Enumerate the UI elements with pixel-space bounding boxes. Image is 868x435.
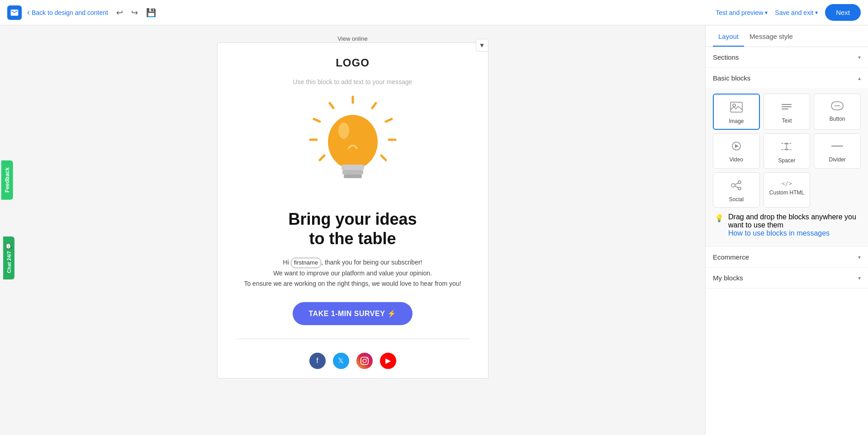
- block-image[interactable]: Image: [713, 94, 760, 130]
- app-logo: [7, 5, 22, 20]
- spacer-icon: [781, 141, 792, 155]
- block-spacer-label: Spacer: [778, 157, 795, 164]
- ecommerce-chevron: ▾: [858, 254, 861, 260]
- email-logo: LOGO: [218, 43, 488, 74]
- email-body: Hi firstname, thank you for being our su…: [218, 253, 488, 293]
- ecommerce-section: Ecommerce ▾: [706, 247, 868, 268]
- topbar: Back to design and content ↩ ↪ 💾 Test an…: [0, 0, 868, 25]
- block-divider[interactable]: Divider: [814, 133, 861, 169]
- basic-blocks-content: Image Text: [706, 88, 868, 246]
- svg-point-27: [731, 184, 735, 187]
- video-icon: [730, 141, 743, 154]
- svg-rect-14: [730, 102, 742, 112]
- block-spacer[interactable]: Spacer: [764, 133, 811, 169]
- svg-marker-22: [735, 144, 739, 148]
- main-content: ▼ View online LOGO Use this block to add…: [0, 25, 868, 435]
- my-blocks-chevron: ▾: [858, 275, 861, 281]
- my-blocks-header[interactable]: My blocks ▾: [706, 268, 868, 288]
- tab-layout[interactable]: Layout: [713, 25, 744, 47]
- svg-line-1: [372, 103, 376, 108]
- hint-text: Drag and drop the blocks anywhere you wa…: [728, 213, 856, 229]
- block-button-label: Button: [830, 116, 845, 122]
- email-text-placeholder: Use this block to add text to your messa…: [218, 74, 488, 90]
- firstname-tag: firstname: [291, 258, 321, 268]
- facebook-icon[interactable]: f: [309, 353, 326, 369]
- chat-tab[interactable]: Chat 24/7 💬: [3, 236, 14, 279]
- hint-bulb-icon: 💡: [715, 214, 724, 222]
- redo-button[interactable]: ↪: [128, 5, 141, 20]
- chat-tab-label: Chat 24/7: [6, 251, 11, 273]
- test-preview-arrow: ▾: [765, 9, 768, 16]
- my-blocks-label: My blocks: [713, 274, 743, 282]
- undo-button[interactable]: ↩: [114, 5, 126, 20]
- block-video-label: Video: [730, 156, 743, 163]
- view-online-link[interactable]: View online: [337, 35, 367, 42]
- email-divider: [236, 339, 470, 339]
- svg-line-31: [735, 186, 738, 188]
- svg-line-30: [735, 183, 738, 184]
- svg-line-2: [386, 119, 392, 122]
- basic-blocks-section: Basic blocks ▴ Image: [706, 68, 868, 247]
- block-button[interactable]: Button: [814, 94, 861, 130]
- basic-blocks-chevron: ▴: [858, 75, 861, 81]
- block-social[interactable]: Social: [713, 172, 760, 208]
- hint-text-container: Drag and drop the blocks anywhere you wa…: [728, 213, 859, 237]
- email-heading: Bring your ideasto the table: [218, 205, 488, 253]
- cta-area: TAKE 1-MIN SURVEY ⚡: [218, 293, 488, 334]
- ecommerce-label: Ecommerce: [713, 253, 749, 261]
- test-preview-link[interactable]: Test and preview ▾: [716, 9, 768, 16]
- save-icon-button[interactable]: 💾: [143, 5, 159, 20]
- sections-section: Sections ▾: [706, 47, 868, 68]
- tab-message-style[interactable]: Message style: [744, 25, 798, 47]
- block-html-label: Custom HTML: [769, 189, 804, 196]
- block-divider-label: Divider: [829, 156, 845, 163]
- chat-icon: 💬: [6, 243, 12, 249]
- my-blocks-section: My blocks ▾: [706, 268, 868, 288]
- twitter-icon[interactable]: 𝕏: [333, 353, 349, 369]
- svg-point-10: [338, 123, 349, 139]
- block-image-label: Image: [729, 118, 744, 124]
- sections-header[interactable]: Sections ▾: [706, 47, 868, 67]
- text-icon: [781, 101, 792, 115]
- svg-point-29: [738, 187, 741, 190]
- feedback-tab[interactable]: Feedback: [1, 160, 13, 199]
- svg-rect-13: [344, 175, 362, 178]
- ecommerce-header[interactable]: Ecommerce ▾: [706, 247, 868, 267]
- topbar-right: Test and preview ▾ Save and exit ▾ Next: [716, 4, 861, 21]
- block-custom-html[interactable]: </> Custom HTML: [764, 172, 811, 208]
- social-icons: f 𝕏 ▶: [218, 344, 488, 378]
- sidebar-tabs: Layout Message style: [706, 25, 868, 47]
- instagram-icon[interactable]: [356, 353, 373, 369]
- button-icon: [831, 101, 844, 113]
- image-icon: [730, 102, 743, 115]
- blocks-grid: Image Text: [713, 94, 861, 208]
- block-text[interactable]: Text: [764, 94, 811, 130]
- next-button[interactable]: Next: [825, 4, 861, 21]
- hint-link[interactable]: How to use blocks in messages: [728, 229, 830, 237]
- back-link[interactable]: Back to design and content: [27, 8, 108, 17]
- divider-icon: [831, 141, 844, 154]
- drag-drop-hint: 💡 Drag and drop the blocks anywhere you …: [713, 208, 861, 239]
- right-sidebar: Layout Message style Sections ▾ Basic bl…: [705, 25, 868, 435]
- youtube-icon[interactable]: ▶: [380, 353, 396, 369]
- svg-line-7: [381, 156, 386, 160]
- cta-button[interactable]: TAKE 1-MIN SURVEY ⚡: [293, 302, 413, 325]
- save-exit-link[interactable]: Save and exit ▾: [775, 9, 818, 16]
- svg-rect-12: [342, 170, 363, 175]
- block-social-label: Social: [729, 196, 744, 203]
- svg-line-5: [314, 119, 320, 122]
- svg-point-9: [328, 115, 378, 169]
- topbar-actions: ↩ ↪ 💾: [114, 5, 159, 20]
- sections-chevron: ▾: [858, 54, 861, 61]
- view-online-bar: View online: [9, 34, 696, 43]
- svg-point-15: [733, 104, 735, 107]
- email-image: [218, 90, 488, 205]
- block-video[interactable]: Video: [713, 133, 760, 169]
- block-text-label: Text: [782, 118, 792, 124]
- basic-blocks-header[interactable]: Basic blocks ▴: [706, 68, 868, 88]
- collapse-button[interactable]: ▼: [476, 39, 489, 52]
- svg-rect-11: [342, 165, 364, 170]
- sections-label: Sections: [713, 53, 739, 61]
- canvas-area: ▼ View online LOGO Use this block to add…: [0, 25, 705, 435]
- svg-line-4: [330, 103, 333, 108]
